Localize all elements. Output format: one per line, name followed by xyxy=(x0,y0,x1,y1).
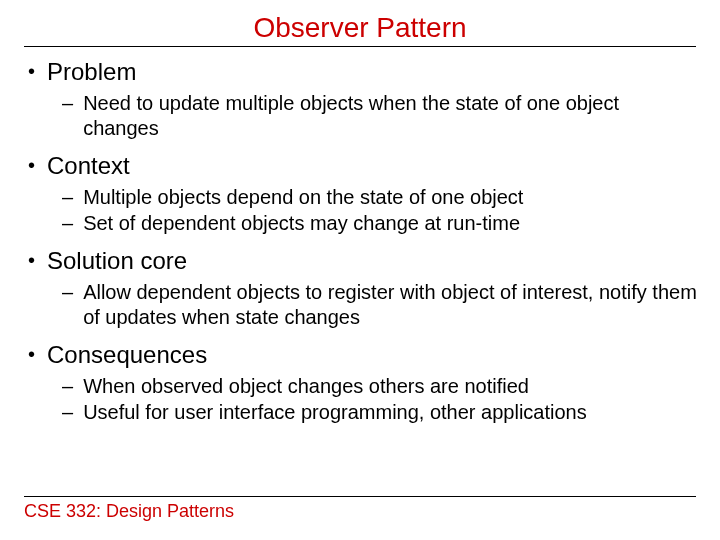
slide-title: Observer Pattern xyxy=(24,12,696,47)
section-items: – Allow dependent objects to register wi… xyxy=(22,280,698,330)
heading-text: Problem xyxy=(47,57,136,87)
slide-content: • Problem – Need to update multiple obje… xyxy=(22,57,698,425)
section-items: – Need to update multiple objects when t… xyxy=(22,91,698,141)
item-text: Useful for user interface programming, o… xyxy=(83,400,698,425)
dash-icon: – xyxy=(62,400,73,425)
slide-footer: CSE 332: Design Patterns xyxy=(24,496,696,522)
list-item: – Multiple objects depend on the state o… xyxy=(62,185,698,210)
dash-icon: – xyxy=(62,185,73,210)
section-heading: • Consequences xyxy=(22,340,698,370)
list-item: – Set of dependent objects may change at… xyxy=(62,211,698,236)
bullet-icon: • xyxy=(28,57,35,85)
item-text: When observed object changes others are … xyxy=(83,374,698,399)
section-problem: • Problem – Need to update multiple obje… xyxy=(22,57,698,141)
item-text: Set of dependent objects may change at r… xyxy=(83,211,698,236)
bullet-icon: • xyxy=(28,246,35,274)
section-items: – Multiple objects depend on the state o… xyxy=(22,185,698,236)
list-item: – When observed object changes others ar… xyxy=(62,374,698,399)
footer-divider: CSE 332: Design Patterns xyxy=(24,496,696,522)
item-text: Multiple objects depend on the state of … xyxy=(83,185,698,210)
item-text: Need to update multiple objects when the… xyxy=(83,91,698,141)
section-items: – When observed object changes others ar… xyxy=(22,374,698,425)
heading-text: Solution core xyxy=(47,246,187,276)
section-consequences: • Consequences – When observed object ch… xyxy=(22,340,698,425)
item-text: Allow dependent objects to register with… xyxy=(83,280,698,330)
section-heading: • Context xyxy=(22,151,698,181)
section-heading: • Solution core xyxy=(22,246,698,276)
list-item: – Useful for user interface programming,… xyxy=(62,400,698,425)
slide: Observer Pattern • Problem – Need to upd… xyxy=(0,0,720,540)
footer-text: CSE 332: Design Patterns xyxy=(24,501,234,521)
list-item: – Allow dependent objects to register wi… xyxy=(62,280,698,330)
section-heading: • Problem xyxy=(22,57,698,87)
section-solution-core: • Solution core – Allow dependent object… xyxy=(22,246,698,330)
heading-text: Consequences xyxy=(47,340,207,370)
heading-text: Context xyxy=(47,151,130,181)
dash-icon: – xyxy=(62,280,73,305)
dash-icon: – xyxy=(62,211,73,236)
bullet-icon: • xyxy=(28,340,35,368)
dash-icon: – xyxy=(62,374,73,399)
section-context: • Context – Multiple objects depend on t… xyxy=(22,151,698,236)
list-item: – Need to update multiple objects when t… xyxy=(62,91,698,141)
bullet-icon: • xyxy=(28,151,35,179)
dash-icon: – xyxy=(62,91,73,116)
